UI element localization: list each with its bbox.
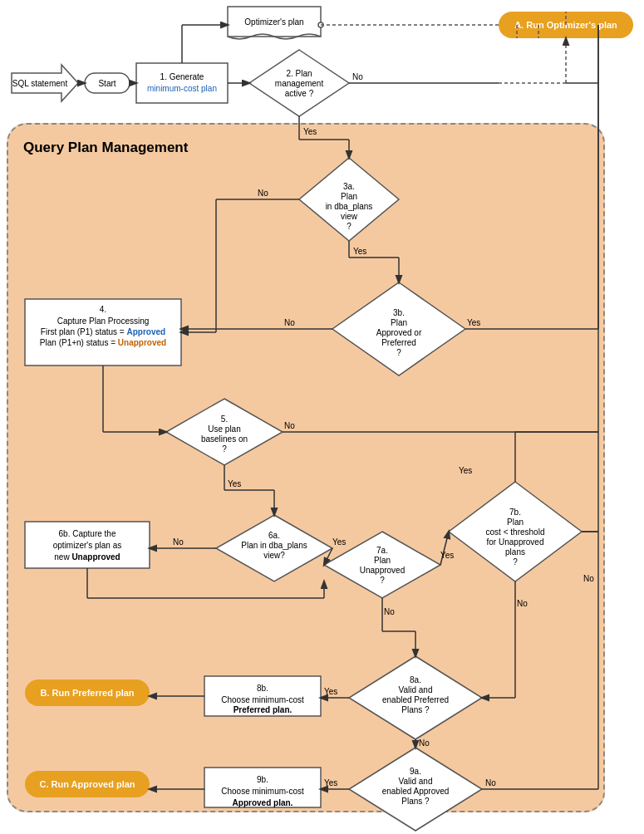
svg-text:active ?: active ? [285,89,314,98]
node-a: A. Run Optimizer's plan [499,12,633,38]
qpm-title: Query Plan Management [23,140,188,156]
svg-text:No: No [352,72,363,81]
svg-text:Optimizer's plan: Optimizer's plan [244,17,303,27]
svg-text:1. Generate: 1. Generate [160,72,204,81]
svg-point-13 [318,22,323,27]
svg-rect-11 [228,7,321,37]
step2-node: 2. Plan management active ? [249,50,349,116]
svg-marker-0 [12,65,78,101]
svg-text:Start: Start [98,79,116,88]
start-node: Start [85,73,130,93]
svg-rect-4 [136,63,228,103]
svg-text:SQL statement: SQL statement [12,79,68,88]
svg-text:management: management [275,79,324,88]
svg-text:minimum-cost plan: minimum-cost plan [147,84,217,93]
svg-marker-7 [249,50,349,116]
step1-node: 1. Generate minimum-cost plan [136,63,228,103]
svg-text:2. Plan: 2. Plan [286,69,312,78]
qpm-region [7,123,605,812]
sql-statement-node: SQL statement [12,65,78,101]
diagram-container: Query Plan Management SQL statement Star… [0,0,644,834]
svg-text:A. Run Optimizer's plan: A. Run Optimizer's plan [514,20,617,30]
optimizers-plan-node: Optimizer's plan [228,7,323,39]
svg-rect-2 [85,73,130,93]
svg-rect-14 [499,12,633,38]
